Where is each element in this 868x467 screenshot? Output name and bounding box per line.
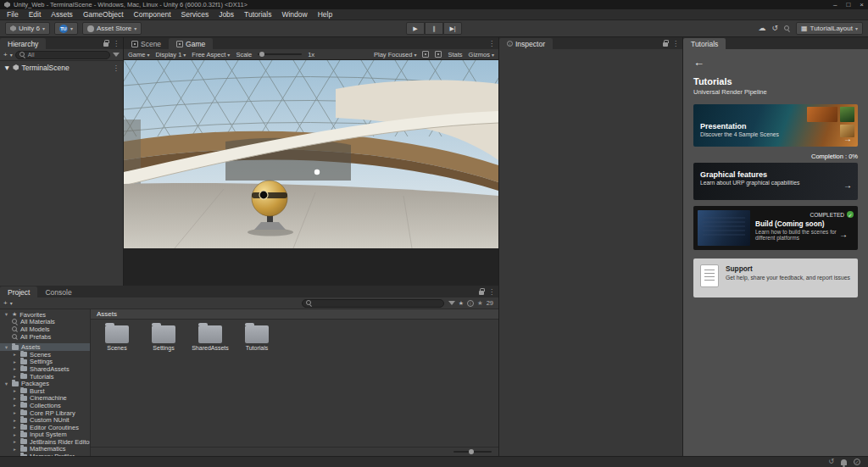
arrow-right-icon[interactable]: → bbox=[843, 134, 852, 143]
game-render-viewport[interactable] bbox=[124, 60, 498, 286]
collapse-arrow-icon[interactable]: ▸ bbox=[12, 447, 18, 452]
card-support[interactable]: Support Get help, share your feedback, a… bbox=[693, 259, 858, 297]
collapse-arrow-icon[interactable]: ▸ bbox=[12, 439, 18, 444]
collapse-arrow-icon[interactable]: ▸ bbox=[12, 410, 18, 415]
panel-menu-icon[interactable]: ⋮ bbox=[113, 40, 120, 47]
folder-settings[interactable]: Settings bbox=[146, 325, 181, 351]
mute-audio-icon[interactable] bbox=[435, 51, 442, 58]
tree-package-cinemachine[interactable]: ▸ Cinemachine bbox=[0, 395, 90, 403]
scale-slider[interactable] bbox=[258, 53, 302, 55]
collapse-arrow-icon[interactable]: ▸ bbox=[12, 403, 18, 408]
tree-tutorials[interactable]: ▸ Tutorials bbox=[0, 373, 90, 381]
maximize-button[interactable]: □ bbox=[846, 1, 850, 8]
tab-inspector[interactable]: i Inspector bbox=[499, 38, 553, 49]
collapse-arrow-icon[interactable]: ▸ bbox=[12, 352, 18, 357]
collapse-arrow-icon[interactable]: ▸ bbox=[12, 366, 18, 371]
thumbnail-zoom-slider[interactable] bbox=[453, 451, 492, 453]
asset-store-dropdown[interactable]: Asset Store ▾ bbox=[82, 22, 142, 35]
notifications-bell-icon[interactable] bbox=[841, 459, 847, 465]
create-asset-button[interactable]: + bbox=[3, 299, 8, 307]
panel-menu-icon[interactable]: ⋮ bbox=[488, 40, 495, 47]
scene-row[interactable]: ▼ TerminalScene ⋮ bbox=[0, 63, 123, 72]
panel-menu-icon[interactable]: ⋮ bbox=[672, 40, 679, 47]
game-menu-dropdown[interactable]: Game ▾ bbox=[128, 51, 149, 58]
lock-icon[interactable] bbox=[479, 291, 484, 295]
arrow-right-icon[interactable]: → bbox=[839, 230, 848, 239]
collapse-arrow-icon[interactable]: ▸ bbox=[12, 388, 18, 393]
zoom-slider-knob[interactable] bbox=[469, 449, 474, 454]
search-icon[interactable] bbox=[784, 25, 790, 31]
scale-slider-knob[interactable] bbox=[259, 52, 264, 57]
aspect-dropdown[interactable]: Free Aspect ▾ bbox=[192, 51, 230, 58]
folder-tutorials[interactable]: Tutorials bbox=[239, 325, 275, 351]
tree-all-materials[interactable]: All Materials bbox=[0, 319, 90, 326]
collapse-arrow-icon[interactable]: ▸ bbox=[12, 359, 18, 364]
collapse-arrow-icon[interactable]: ▸ bbox=[12, 418, 18, 423]
close-button[interactable]: × bbox=[860, 1, 864, 8]
tree-package-rider[interactable]: ▸ JetBrains Rider Editor bbox=[0, 438, 90, 446]
hidden-packages-icon[interactable]: i bbox=[467, 300, 474, 307]
play-button[interactable]: ▶ bbox=[406, 22, 425, 35]
tab-tutorials[interactable]: Tutorials bbox=[683, 38, 726, 49]
arrow-right-icon[interactable]: → bbox=[843, 181, 852, 190]
gizmos-dropdown[interactable]: Gizmos ▾ bbox=[469, 51, 494, 58]
menu-help[interactable]: Help bbox=[313, 9, 337, 20]
tree-packages[interactable]: ▼ Packages bbox=[0, 380, 90, 387]
lock-icon[interactable] bbox=[103, 42, 108, 47]
tree-sharedassets[interactable]: ▸ SharedAssets bbox=[0, 365, 90, 373]
pause-button[interactable]: ∥ bbox=[425, 22, 443, 35]
collapse-arrow-icon[interactable]: ▸ bbox=[12, 454, 18, 456]
menu-window[interactable]: Window bbox=[276, 9, 312, 20]
filter-icon[interactable] bbox=[113, 53, 120, 57]
tab-scene[interactable]: Scene bbox=[124, 38, 169, 49]
hierarchy-search-input[interactable]: All bbox=[15, 51, 110, 59]
search-by-type-icon[interactable] bbox=[448, 301, 455, 305]
menu-component[interactable]: Component bbox=[129, 9, 176, 20]
folder-scenes[interactable]: Scenes bbox=[99, 325, 135, 351]
tree-package-corerp[interactable]: ▸ Core RP Library bbox=[0, 409, 90, 417]
chevron-down-icon[interactable]: ▾ bbox=[10, 52, 13, 58]
saved-search-icon[interactable]: ★ bbox=[459, 300, 464, 307]
menu-edit[interactable]: Edit bbox=[24, 9, 47, 20]
tree-package-burst[interactable]: ▸ Burst bbox=[0, 387, 90, 395]
tree-package-collections[interactable]: ▸ Collections bbox=[0, 402, 90, 409]
folder-sharedassets[interactable]: SharedAssets bbox=[192, 325, 228, 351]
display-dropdown[interactable]: Display 1 ▾ bbox=[155, 51, 186, 58]
collapse-arrow-icon[interactable]: ▸ bbox=[12, 425, 18, 430]
card-presentation[interactable]: Presentation Discover the 4 Sample Scene… bbox=[693, 104, 858, 147]
unity-version-dropdown[interactable]: Unity 6 ▾ bbox=[5, 22, 50, 35]
menu-assets[interactable]: Assets bbox=[46, 9, 78, 20]
scene-menu-icon[interactable]: ⋮ bbox=[113, 64, 124, 72]
add-gameobject-button[interactable]: + bbox=[3, 51, 8, 58]
background-tasks-icon[interactable]: ↺ bbox=[828, 459, 834, 465]
tree-scenes[interactable]: ▸ Scenes bbox=[0, 351, 90, 359]
account-dropdown[interactable]: TU ▾ bbox=[54, 22, 78, 35]
tree-package-memoryprofiler[interactable]: ▸ Memory Profiler bbox=[0, 453, 90, 456]
tab-game[interactable]: Game bbox=[169, 38, 213, 49]
card-graphical-features[interactable]: Graphical features Learn about URP graph… bbox=[693, 163, 858, 200]
menu-file[interactable]: File bbox=[2, 9, 24, 20]
tab-project[interactable]: Project bbox=[0, 286, 37, 297]
breadcrumb[interactable]: Assets bbox=[97, 310, 117, 318]
tree-all-models[interactable]: All Models bbox=[0, 325, 90, 333]
tree-assets[interactable]: ▼ Assets bbox=[0, 343, 90, 351]
collab-status-icon[interactable]: ✓ bbox=[854, 459, 860, 465]
panel-menu-icon[interactable]: ⋮ bbox=[488, 288, 495, 296]
favorite-icon[interactable]: ★ bbox=[477, 299, 483, 307]
tab-console[interactable]: Console bbox=[37, 286, 79, 297]
menu-jobs[interactable]: Jobs bbox=[214, 9, 239, 20]
card-build[interactable]: COMPLETED ✓ Build (Coming soon) Learn ho… bbox=[693, 206, 858, 250]
focus-dropdown[interactable]: Play Focused ▾ bbox=[374, 51, 416, 58]
stats-button[interactable]: Stats bbox=[448, 51, 462, 58]
tab-hierarchy[interactable]: Hierarchy bbox=[0, 38, 46, 49]
tree-settings[interactable]: ▸ Settings bbox=[0, 359, 90, 366]
expand-arrow-icon[interactable]: ▼ bbox=[3, 312, 9, 317]
tree-all-prefabs[interactable]: All Prefabs bbox=[0, 333, 90, 341]
expand-arrow-icon[interactable]: ▼ bbox=[3, 64, 10, 72]
back-button[interactable]: ← bbox=[693, 57, 858, 68]
menu-gameobject[interactable]: GameObject bbox=[78, 9, 129, 20]
tree-package-coroutines[interactable]: ▸ Editor Coroutines bbox=[0, 424, 90, 431]
step-button[interactable]: ▶| bbox=[443, 22, 462, 35]
expand-arrow-icon[interactable]: ▼ bbox=[3, 345, 9, 350]
minimize-button[interactable]: – bbox=[833, 1, 837, 8]
